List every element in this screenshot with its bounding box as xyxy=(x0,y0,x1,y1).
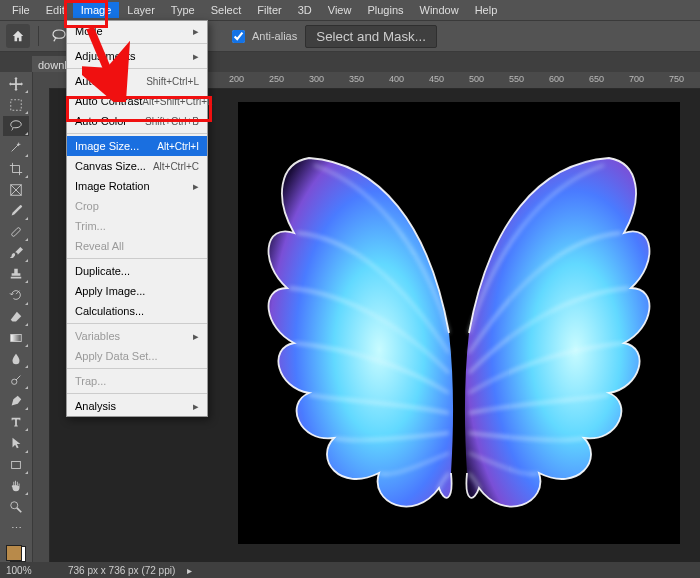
ruler-tick: 250 xyxy=(269,74,284,84)
ruler-tick: 450 xyxy=(429,74,444,84)
menu-item-trim: Trim... xyxy=(67,216,207,236)
menu-item-crop: Crop xyxy=(67,196,207,216)
menu-item-reveal-all: Reveal All xyxy=(67,236,207,256)
menu-item-auto-color[interactable]: Auto ColorShift+Ctrl+B xyxy=(67,111,207,131)
menu-item-apply-image[interactable]: Apply Image... xyxy=(67,281,207,301)
menu-file[interactable]: File xyxy=(4,2,38,18)
menu-item-trap: Trap... xyxy=(67,371,207,391)
svg-rect-2 xyxy=(11,227,21,237)
ruler-tick: 600 xyxy=(549,74,564,84)
dodge-icon xyxy=(9,373,23,387)
tool-pen[interactable] xyxy=(3,391,29,411)
menu-type[interactable]: Type xyxy=(163,2,203,18)
menu-item-analysis[interactable]: Analysis▸ xyxy=(67,396,207,416)
tool-eraser[interactable] xyxy=(3,307,29,327)
ruler-vertical[interactable] xyxy=(33,88,50,562)
ruler-tick: 300 xyxy=(309,74,324,84)
status-chevron[interactable]: ▸ xyxy=(187,565,192,576)
tool-marquee[interactable] xyxy=(3,95,29,115)
menu-filter[interactable]: Filter xyxy=(249,2,289,18)
select-and-mask-button[interactable]: Select and Mask... xyxy=(305,25,437,48)
antialias-checkbox-input[interactable] xyxy=(232,30,245,43)
separator xyxy=(38,26,39,46)
tool-frame[interactable] xyxy=(3,180,29,200)
menu-item-auto-tone[interactable]: Auto ToneShift+Ctrl+L xyxy=(67,71,207,91)
tool-crop[interactable] xyxy=(3,159,29,179)
wand-icon xyxy=(9,140,23,154)
menu-select[interactable]: Select xyxy=(203,2,250,18)
ruler-tick: 350 xyxy=(349,74,364,84)
toolbox: ⋯ xyxy=(0,72,33,562)
ellipsis-icon: ⋯ xyxy=(11,522,22,535)
menu-item-duplicate[interactable]: Duplicate... xyxy=(67,261,207,281)
status-bar: 100% 736 px x 736 px (72 ppi) ▸ xyxy=(0,562,700,578)
ruler-tick: 700 xyxy=(629,74,644,84)
ruler-tick: 650 xyxy=(589,74,604,84)
rectangle-icon xyxy=(9,458,23,472)
tool-lasso[interactable] xyxy=(3,116,29,136)
status-zoom[interactable]: 100% xyxy=(6,565,56,576)
tool-dodge[interactable] xyxy=(3,370,29,390)
ruler-tick: 400 xyxy=(389,74,404,84)
color-swatches[interactable] xyxy=(6,545,26,562)
menu-item-mode[interactable]: Mode▸ xyxy=(67,21,207,41)
eyedropper-icon xyxy=(9,204,23,218)
tool-hand[interactable] xyxy=(3,476,29,496)
tool-healing[interactable] xyxy=(3,222,29,242)
gradient-icon xyxy=(9,331,23,345)
hand-icon xyxy=(9,479,23,493)
antialias-checkbox[interactable]: Anti-alias xyxy=(228,27,297,46)
menu-edit[interactable]: Edit xyxy=(38,2,73,18)
ruler-corner xyxy=(33,72,50,89)
menu-item-calculations[interactable]: Calculations... xyxy=(67,301,207,321)
menu-plugins[interactable]: Plugins xyxy=(359,2,411,18)
svg-rect-3 xyxy=(11,334,22,341)
home-icon xyxy=(11,29,25,43)
canvas-image xyxy=(239,103,679,543)
tool-edit-toolbar[interactable]: ⋯ xyxy=(3,518,29,538)
menu-item-image-size[interactable]: Image Size...Alt+Ctrl+I xyxy=(67,136,207,156)
frame-icon xyxy=(9,183,23,197)
menu-layer[interactable]: Layer xyxy=(119,2,163,18)
ruler-tick: 750 xyxy=(669,74,684,84)
tool-history-brush[interactable] xyxy=(3,285,29,305)
ruler-tick: 550 xyxy=(509,74,524,84)
move-icon xyxy=(9,77,23,91)
ruler-tick: 200 xyxy=(229,74,244,84)
menu-window[interactable]: Window xyxy=(412,2,467,18)
tool-gradient[interactable] xyxy=(3,328,29,348)
menu-view[interactable]: View xyxy=(320,2,360,18)
menu-item-apply-data-set: Apply Data Set... xyxy=(67,346,207,366)
menu-item-image-rotation[interactable]: Image Rotation▸ xyxy=(67,176,207,196)
tool-move[interactable] xyxy=(3,74,29,94)
zoom-icon xyxy=(9,500,23,514)
type-icon xyxy=(9,415,23,429)
ruler-tick: 500 xyxy=(469,74,484,84)
svg-point-6 xyxy=(11,502,18,509)
tool-shape[interactable] xyxy=(3,455,29,475)
foreground-color-swatch[interactable] xyxy=(6,545,22,561)
tool-type[interactable] xyxy=(3,412,29,432)
tool-magic-wand[interactable] xyxy=(3,137,29,157)
tool-path-select[interactable] xyxy=(3,433,29,453)
menu-item-canvas-size[interactable]: Canvas Size...Alt+Ctrl+C xyxy=(67,156,207,176)
marquee-icon xyxy=(9,98,23,112)
document-canvas[interactable] xyxy=(239,103,679,543)
tool-clone[interactable] xyxy=(3,264,29,284)
tool-blur[interactable] xyxy=(3,349,29,369)
eraser-icon xyxy=(9,310,23,324)
tool-zoom[interactable] xyxy=(3,497,29,517)
home-button[interactable] xyxy=(6,24,30,48)
svg-rect-0 xyxy=(11,100,22,111)
menu-item-variables: Variables▸ xyxy=(67,326,207,346)
stamp-icon xyxy=(9,267,23,281)
menu-help[interactable]: Help xyxy=(467,2,506,18)
menu-item-adjustments[interactable]: Adjustments▸ xyxy=(67,46,207,66)
tool-eyedropper[interactable] xyxy=(3,201,29,221)
droplet-icon xyxy=(9,352,23,366)
svg-rect-5 xyxy=(12,461,21,468)
tool-brush[interactable] xyxy=(3,243,29,263)
menu-3d[interactable]: 3D xyxy=(290,2,320,18)
menu-image[interactable]: Image xyxy=(73,2,120,18)
menu-item-auto-contrast[interactable]: Auto ContrastAlt+Shift+Ctrl+L xyxy=(67,91,207,111)
